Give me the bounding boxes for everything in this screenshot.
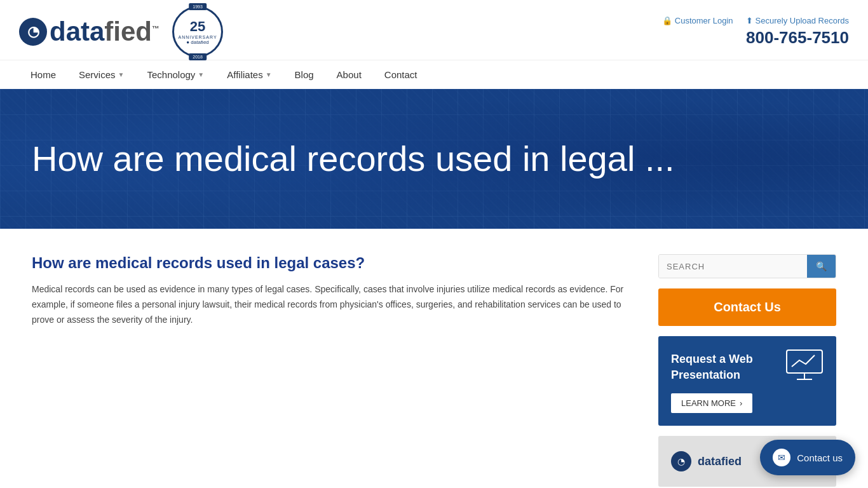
datafied-mini-logo: datafied [698, 455, 742, 468]
chat-label: Contact us [797, 452, 843, 463]
hero-banner: How are medical records used in legal ..… [0, 89, 868, 229]
contact-us-button[interactable]: Contact Us [658, 288, 836, 326]
search-input[interactable] [659, 255, 807, 278]
article-section: How are medical records used in legal ca… [32, 254, 639, 487]
svg-rect-0 [787, 350, 822, 373]
logo-icon: ◔ [19, 18, 47, 46]
header-links: 🔒 Customer Login ⬆ Securely Upload Recor… [662, 16, 849, 25]
article-title: How are medical records used in legal ca… [32, 254, 639, 272]
chat-icon: ✉ [778, 452, 785, 463]
chevron-down-icon: ▼ [266, 71, 272, 78]
chevron-down-icon: ▼ [198, 71, 204, 78]
web-presentation-title: Request a Web Presentation [671, 351, 778, 383]
chat-button[interactable]: ✉ Contact us [760, 440, 855, 475]
customer-login-link[interactable]: 🔒 Customer Login [662, 16, 733, 25]
chevron-down-icon: ▼ [118, 71, 125, 78]
logo[interactable]: ◔ datafied™ [19, 17, 159, 47]
search-icon: 🔍 [816, 261, 827, 271]
chevron-right-icon: › [740, 398, 742, 408]
logo-data: datafied™ [50, 17, 159, 47]
search-button[interactable]: 🔍 [807, 255, 836, 278]
hero-title: How are medical records used in legal ..… [32, 137, 675, 180]
phone-number: 800-765-7510 [746, 28, 849, 48]
anniversary-badge: 1993 25 ANNIVERSARY ● datafied 2018 [172, 6, 223, 57]
upload-icon: ⬆ [746, 16, 753, 25]
navigation: Home Services ▼ Technology ▼ Affiliates … [0, 60, 868, 89]
nav-services[interactable]: Services ▼ [67, 60, 135, 89]
chat-icon-circle: ✉ [773, 449, 790, 466]
lock-icon: 🔒 [662, 16, 672, 25]
presentation-icon [785, 349, 824, 381]
header: ◔ datafied™ 1993 25 ANNIVERSARY ● datafi… [0, 0, 868, 57]
search-box: 🔍 [658, 254, 836, 278]
web-presentation-card: Request a Web Presentation LEARN MORE › [658, 336, 836, 426]
nav-technology[interactable]: Technology ▼ [135, 60, 215, 89]
header-right: 🔒 Customer Login ⬆ Securely Upload Recor… [662, 16, 849, 48]
article-body: Medical records can be used as evidence … [32, 282, 639, 327]
logo-area: ◔ datafied™ 1993 25 ANNIVERSARY ● datafi… [19, 6, 223, 57]
nav-affiliates[interactable]: Affiliates ▼ [215, 60, 283, 89]
nav-contact[interactable]: Contact [373, 60, 429, 89]
learn-more-button[interactable]: LEARN MORE › [671, 393, 752, 413]
nav-blog[interactable]: Blog [283, 60, 325, 89]
datafied-mini-icon: ◔ [671, 451, 691, 471]
nav-about[interactable]: About [325, 60, 373, 89]
securely-upload-link[interactable]: ⬆ Securely Upload Records [746, 16, 849, 25]
main-content: How are medical records used in legal ca… [0, 229, 868, 488]
nav-home[interactable]: Home [19, 60, 67, 89]
